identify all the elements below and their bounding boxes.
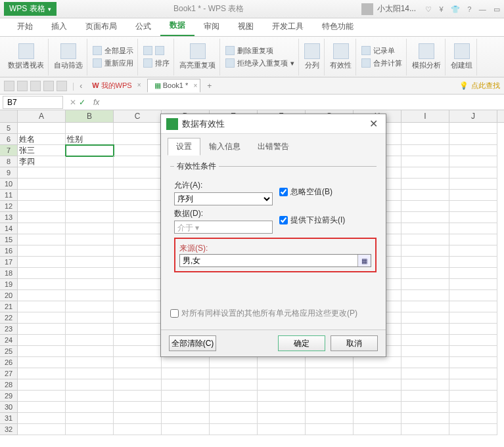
cell-E26[interactable] (210, 357, 258, 368)
cell-F28[interactable] (258, 379, 306, 391)
cell-B25[interactable] (66, 346, 114, 357)
cell-B8[interactable] (66, 156, 114, 167)
cell-C17[interactable] (114, 257, 162, 268)
cell-I24[interactable] (401, 335, 449, 346)
dropdown-arrow-checkbox[interactable]: 提供下拉箭头(I) (279, 215, 345, 226)
cell-A11[interactable] (18, 190, 66, 201)
cell-E30[interactable] (210, 402, 258, 413)
cell-A18[interactable] (18, 268, 66, 279)
highlight-dup-button[interactable]: 高亮重复项 (175, 39, 220, 75)
cell-I32[interactable] (401, 424, 449, 435)
cell-C28[interactable] (114, 379, 162, 391)
cell-C20[interactable] (114, 290, 162, 301)
cell-A16[interactable] (18, 245, 66, 257)
cell-H31[interactable] (354, 413, 401, 424)
cell-I9[interactable] (401, 167, 449, 179)
allow-select[interactable]: 序列 (174, 192, 273, 205)
cell-C29[interactable] (114, 391, 162, 402)
cell-A6[interactable]: 姓名 (18, 134, 66, 145)
cell-G26[interactable] (306, 357, 354, 368)
autofilter-button[interactable]: 自动筛选 (50, 39, 87, 75)
cell-J19[interactable] (449, 279, 497, 290)
dialog-tab-2[interactable]: 出错警告 (249, 138, 298, 156)
close-icon[interactable]: × (193, 82, 197, 89)
row-header-24[interactable]: 24 (0, 335, 18, 346)
cell-B9[interactable] (66, 167, 114, 179)
cell-J27[interactable] (449, 368, 497, 379)
cell-A25[interactable] (18, 346, 66, 357)
cell-D31[interactable] (162, 413, 210, 424)
cell-B5[interactable] (66, 123, 114, 134)
cell-I20[interactable] (401, 290, 449, 301)
cell-G28[interactable] (306, 379, 354, 391)
cell-B23[interactable] (66, 324, 114, 335)
cell-F31[interactable] (258, 413, 306, 424)
cell-J20[interactable] (449, 290, 497, 301)
qa-undo-icon[interactable] (43, 81, 54, 91)
cell-I13[interactable] (401, 212, 449, 223)
row-header-23[interactable]: 23 (0, 324, 18, 335)
ignore-blank-checkbox[interactable]: 忽略空值(B) (279, 186, 332, 198)
show-all-button[interactable]: 全部显示 (93, 45, 133, 56)
dialog-tab-0[interactable]: 设置 (168, 138, 200, 156)
cell-B6[interactable]: 性别 (66, 134, 114, 145)
cell-I11[interactable] (401, 190, 449, 201)
close-icon[interactable]: × (137, 81, 141, 89)
cell-J12[interactable] (449, 201, 497, 212)
row-header-16[interactable]: 16 (0, 245, 18, 257)
cell-B12[interactable] (66, 201, 114, 212)
cell-A9[interactable] (18, 167, 66, 179)
cell-I19[interactable] (401, 279, 449, 290)
document-tab[interactable]: ▦ Book1 *× (147, 79, 201, 93)
cell-I30[interactable] (401, 402, 449, 413)
cell-A27[interactable] (18, 368, 66, 379)
cell-C18[interactable] (114, 268, 162, 279)
qa-print-icon[interactable] (17, 81, 28, 91)
sort-button[interactable]: 排序 (143, 58, 170, 69)
cell-J10[interactable] (449, 179, 497, 190)
cell-C32[interactable] (114, 424, 162, 435)
row-header-30[interactable]: 30 (0, 402, 18, 413)
cell-J9[interactable] (449, 167, 497, 179)
cell-A8[interactable]: 李四 (18, 156, 66, 167)
cell-I31[interactable] (401, 413, 449, 424)
cell-C21[interactable] (114, 301, 162, 312)
cell-A12[interactable] (18, 201, 66, 212)
cell-I10[interactable] (401, 179, 449, 190)
cell-A31[interactable] (18, 413, 66, 424)
cell-I21[interactable] (401, 301, 449, 312)
cell-C11[interactable] (114, 190, 162, 201)
row-header-29[interactable]: 29 (0, 391, 18, 402)
cell-A24[interactable] (18, 335, 66, 346)
ribbon-tab-2[interactable]: 页面布局 (76, 17, 126, 36)
cell-A15[interactable] (18, 234, 66, 245)
cell-F27[interactable] (258, 368, 306, 379)
apply-all-checkbox[interactable]: 对所有同样设置的其他所有单元格应用这些更改(P) (170, 308, 377, 319)
cell-J16[interactable] (449, 245, 497, 257)
cell-I25[interactable] (401, 346, 449, 357)
cell-A10[interactable] (18, 179, 66, 190)
cancel-icon[interactable]: ✕ (70, 98, 76, 107)
cell-F26[interactable] (258, 357, 306, 368)
qa-save-icon[interactable] (4, 81, 14, 91)
cell-C30[interactable] (114, 402, 162, 413)
cell-C12[interactable] (114, 201, 162, 212)
cell-I14[interactable] (401, 223, 449, 234)
icon-help[interactable]: ? (467, 5, 471, 13)
row-header-12[interactable]: 12 (0, 201, 18, 212)
row-header-22[interactable]: 22 (0, 312, 18, 324)
row-header-32[interactable]: 32 (0, 424, 18, 435)
cell-B20[interactable] (66, 290, 114, 301)
cell-B17[interactable] (66, 257, 114, 268)
cell-A21[interactable] (18, 301, 66, 312)
row-header-17[interactable]: 17 (0, 257, 18, 268)
search-hint[interactable]: 💡点此查找 (459, 81, 500, 91)
cell-B14[interactable] (66, 223, 114, 234)
ignore-blank-input[interactable] (279, 188, 288, 196)
icon-heart[interactable]: ♡ (425, 5, 432, 13)
cell-B22[interactable] (66, 312, 114, 324)
cell-C31[interactable] (114, 413, 162, 424)
row-header-6[interactable]: 6 (0, 134, 18, 145)
cell-A14[interactable] (18, 223, 66, 234)
cell-F30[interactable] (258, 402, 306, 413)
